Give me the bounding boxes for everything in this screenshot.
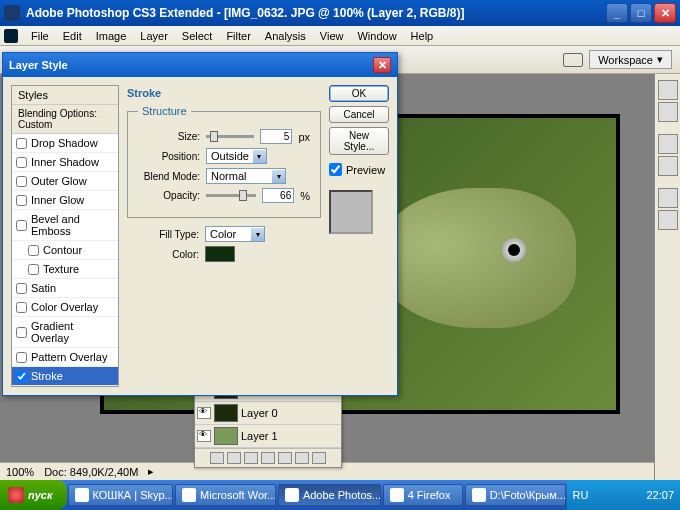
style-checkbox[interactable] [16, 220, 27, 231]
style-item-bevel-and-emboss[interactable]: Bevel and Emboss [12, 210, 118, 241]
style-item-inner-glow[interactable]: Inner Glow [12, 191, 118, 210]
fish-eye [502, 238, 526, 262]
cancel-button[interactable]: Cancel [329, 106, 389, 123]
window-close-button[interactable]: ✕ [654, 3, 676, 23]
tray-icon-2[interactable] [610, 488, 624, 502]
style-checkbox[interactable] [16, 157, 27, 168]
style-checkbox[interactable] [16, 283, 27, 294]
layer-thumbnail[interactable] [214, 404, 238, 422]
menu-edit[interactable]: Edit [56, 28, 89, 44]
new-layer-icon[interactable] [295, 452, 309, 464]
style-item-contour[interactable]: Contour [12, 241, 118, 260]
style-item-outer-glow[interactable]: Outer Glow [12, 172, 118, 191]
app-title: Adobe Photoshop CS3 Extended - [IMG_0632… [26, 6, 606, 20]
style-checkbox[interactable] [16, 327, 27, 338]
style-checkbox[interactable] [16, 352, 27, 363]
tool-button-5[interactable] [658, 188, 678, 208]
taskbar-item[interactable]: D:\Foto\Крым... [465, 484, 566, 506]
menu-image[interactable]: Image [89, 28, 134, 44]
clock[interactable]: 22:07 [646, 489, 674, 501]
style-item-inner-shadow[interactable]: Inner Shadow [12, 153, 118, 172]
window-minimize-button[interactable]: _ [606, 3, 628, 23]
tool-button-3[interactable] [658, 134, 678, 154]
style-checkbox[interactable] [16, 195, 27, 206]
opacity-slider[interactable] [206, 194, 256, 197]
menu-file[interactable]: File [24, 28, 56, 44]
menu-view[interactable]: View [313, 28, 351, 44]
link-layers-icon[interactable] [210, 452, 224, 464]
size-input[interactable] [260, 129, 292, 144]
ok-button[interactable]: OK [329, 85, 389, 102]
menu-help[interactable]: Help [404, 28, 441, 44]
right-toolbar [654, 74, 680, 480]
filltype-combo[interactable]: Color▾ [205, 226, 265, 242]
menu-select[interactable]: Select [175, 28, 220, 44]
menu-filter[interactable]: Filter [219, 28, 257, 44]
style-checkbox[interactable] [16, 176, 27, 187]
layer-mask-icon[interactable] [244, 452, 258, 464]
style-item-gradient-overlay[interactable]: Gradient Overlay [12, 317, 118, 348]
taskbar-item[interactable]: 4 Firefox [383, 484, 463, 506]
new-style-button[interactable]: New Style... [329, 127, 389, 155]
style-checkbox[interactable] [16, 371, 27, 382]
size-slider[interactable] [206, 135, 254, 138]
taskbar: пуск КОШКА | Skyp...Microsoft Wor...Adob… [0, 480, 680, 510]
tool-button-4[interactable] [658, 156, 678, 176]
window-maximize-button[interactable]: □ [630, 3, 652, 23]
visibility-icon[interactable] [197, 407, 211, 419]
style-label: Stroke [31, 370, 63, 382]
tray-icon-3[interactable] [628, 488, 642, 502]
layer-style-dialog: Layer Style ✕ Styles Blending Options: C… [2, 52, 398, 396]
style-checkbox[interactable] [16, 138, 27, 149]
status-arrow-icon[interactable]: ▸ [148, 465, 154, 478]
menu-layer[interactable]: Layer [133, 28, 175, 44]
style-checkbox[interactable] [28, 264, 39, 275]
menu-window[interactable]: Window [350, 28, 403, 44]
blendmode-combo[interactable]: Normal▾ [206, 168, 286, 184]
workspace-button[interactable]: Workspace ▾ [589, 50, 672, 69]
visibility-icon[interactable] [197, 430, 211, 442]
layer-thumbnail[interactable] [214, 427, 238, 445]
tool-button-1[interactable] [658, 80, 678, 100]
taskbar-item[interactable]: КОШКА | Skyp... [68, 484, 174, 506]
style-item-stroke[interactable]: Stroke [12, 367, 118, 386]
style-checkbox[interactable] [16, 302, 27, 313]
taskbar-item[interactable]: Adobe Photos... [278, 484, 381, 506]
color-swatch[interactable] [205, 246, 235, 262]
taskbar-item[interactable]: Microsoft Wor... [175, 484, 276, 506]
style-label: Outer Glow [31, 175, 87, 187]
layer-row[interactable]: Layer 1 [195, 425, 341, 448]
dialog-titlebar[interactable]: Layer Style ✕ [3, 53, 397, 77]
layer-style-icon[interactable] [227, 452, 241, 464]
doc-info[interactable]: Doc: 849,0K/2,40M [44, 466, 138, 478]
language-indicator[interactable]: RU [573, 489, 589, 501]
style-item-color-overlay[interactable]: Color Overlay [12, 298, 118, 317]
style-label: Gradient Overlay [31, 320, 114, 344]
blending-options-header[interactable]: Blending Options: Custom [12, 105, 118, 134]
adjustment-layer-icon[interactable] [261, 452, 275, 464]
style-item-texture[interactable]: Texture [12, 260, 118, 279]
tray-icon-1[interactable] [592, 488, 606, 502]
style-checkbox[interactable] [28, 245, 39, 256]
dialog-close-button[interactable]: ✕ [373, 57, 391, 73]
layer-row[interactable]: Layer 0 [195, 402, 341, 425]
menu-analysis[interactable]: Analysis [258, 28, 313, 44]
style-label: Inner Shadow [31, 156, 99, 168]
opacity-input[interactable] [262, 188, 294, 203]
photoshop-icon [4, 29, 18, 43]
layer-group-icon[interactable] [278, 452, 292, 464]
start-button[interactable]: пуск [0, 480, 67, 510]
styles-header[interactable]: Styles [12, 86, 118, 105]
camera-icon[interactable] [563, 53, 583, 67]
position-combo[interactable]: Outside▾ [206, 148, 267, 164]
style-item-drop-shadow[interactable]: Drop Shadow [12, 134, 118, 153]
tool-button-2[interactable] [658, 102, 678, 122]
tool-button-6[interactable] [658, 210, 678, 230]
delete-layer-icon[interactable] [312, 452, 326, 464]
fish-image [376, 188, 576, 328]
preview-checkbox-input[interactable] [329, 163, 342, 176]
style-item-pattern-overlay[interactable]: Pattern Overlay [12, 348, 118, 367]
zoom-value[interactable]: 100% [6, 466, 34, 478]
preview-checkbox[interactable]: Preview [329, 163, 389, 176]
style-item-satin[interactable]: Satin [12, 279, 118, 298]
